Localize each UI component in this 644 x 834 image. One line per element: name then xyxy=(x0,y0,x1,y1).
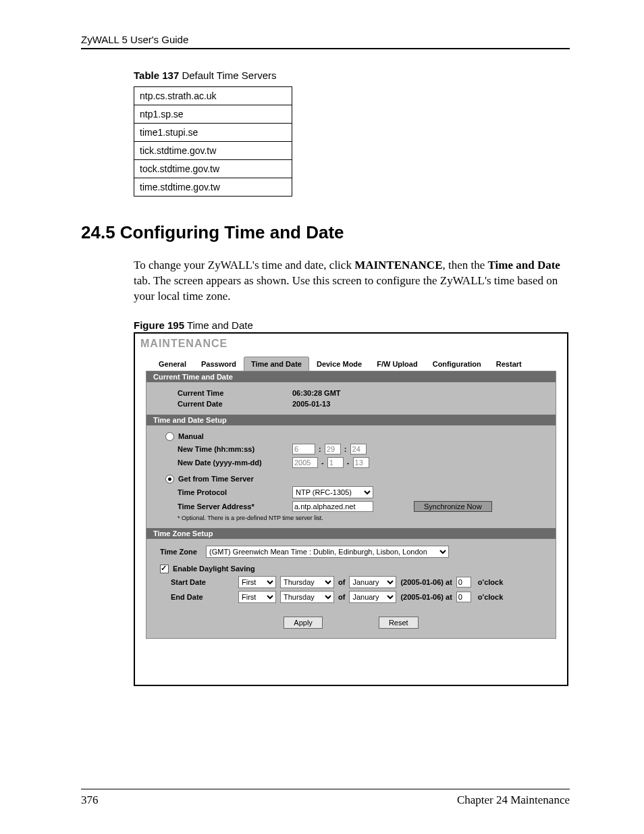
section-heading: 24.5 Configuring Time and Date xyxy=(81,222,570,243)
label-new-date: New Date (yyyy-mm-dd) xyxy=(178,459,292,467)
default-time-servers-table: ntp.cs.strath.ac.uk ntp1.sp.se time1.stu… xyxy=(134,86,292,197)
chapter-label: Chapter 24 Maintenance xyxy=(457,793,570,807)
figure195-number: Figure 195 xyxy=(134,319,184,331)
tab-fw-upload[interactable]: F/W Upload xyxy=(369,357,425,371)
dash-separator: - xyxy=(347,459,350,467)
tab-restart[interactable]: Restart xyxy=(489,357,529,371)
tab-device-mode[interactable]: Device Mode xyxy=(309,357,369,371)
body-bold: MAINTENANCE xyxy=(354,259,442,271)
label-start-date: Start Date xyxy=(171,578,238,586)
label-of: of xyxy=(338,578,345,586)
input-new-date-m[interactable] xyxy=(327,457,344,468)
label-of: of xyxy=(338,593,345,601)
server-cell: tock.stdtime.gov.tw xyxy=(134,160,292,178)
page-number: 376 xyxy=(81,793,99,807)
tab-time-and-date[interactable]: Time and Date xyxy=(244,357,309,371)
reset-button[interactable]: Reset xyxy=(379,617,419,629)
page-footer: 376 Chapter 24 Maintenance xyxy=(81,789,570,807)
section-body: To change your ZyWALL's time and date, c… xyxy=(134,258,570,305)
body-bold: Time and Date xyxy=(488,259,560,271)
body-text: To change your ZyWALL's time and date, c… xyxy=(134,259,354,271)
label-manual: Manual xyxy=(178,432,204,440)
input-new-date-y[interactable] xyxy=(292,457,318,468)
label-oclock: o'clock xyxy=(478,593,503,601)
tab-strip: General Password Time and Date Device Mo… xyxy=(151,357,567,371)
input-new-time-h[interactable] xyxy=(292,444,315,454)
label-end-date: End Date xyxy=(171,593,238,601)
label-time-zone: Time Zone xyxy=(160,548,206,556)
select-time-zone[interactable]: (GMT) Greenwich Mean Time : Dublin, Edin… xyxy=(206,546,449,558)
select-start-weekday[interactable]: Thursday xyxy=(280,576,334,588)
server-cell: time1.stupi.se xyxy=(134,124,292,142)
select-end-month[interactable]: January xyxy=(349,591,396,603)
radio-time-server[interactable] xyxy=(165,475,174,484)
table137-caption: Table 137 Default Time Servers xyxy=(134,70,570,81)
server-cell: ntp.cs.strath.ac.uk xyxy=(134,87,292,105)
screen-title: MAINTENANCE xyxy=(135,334,567,353)
value-current-time: 06:30:28 GMT xyxy=(292,389,341,397)
tab-password[interactable]: Password xyxy=(194,357,244,371)
label-start-dateparen: (2005-01-06) at xyxy=(400,578,452,586)
server-cell: tick.stdtime.gov.tw xyxy=(134,142,292,160)
select-start-ordinal[interactable]: First xyxy=(238,576,276,588)
label-get-from-time-server: Get from Time Server xyxy=(178,475,254,483)
input-end-hour[interactable] xyxy=(456,592,471,602)
label-current-time: Current Time xyxy=(178,389,292,397)
label-current-date: Current Date xyxy=(178,400,292,408)
figure195-screenshot: MAINTENANCE General Password Time and Da… xyxy=(134,332,568,686)
server-cell: time.stdtime.gov.tw xyxy=(134,178,292,197)
select-end-ordinal[interactable]: First xyxy=(238,591,276,603)
input-new-date-d[interactable] xyxy=(353,457,369,468)
label-oclock: o'clock xyxy=(478,578,503,586)
input-new-time-s[interactable] xyxy=(350,444,367,454)
footer-rule xyxy=(81,789,570,789)
colon-separator: : xyxy=(319,445,321,453)
table137-number: Table 137 xyxy=(134,70,179,81)
apply-button[interactable]: Apply xyxy=(284,617,323,629)
body-text: , then the xyxy=(442,259,487,271)
label-end-dateparen: (2005-01-06) at xyxy=(400,593,452,601)
sectionbar-timezone: Time Zone Setup xyxy=(146,528,556,539)
table137-title: Default Time Servers xyxy=(179,70,276,81)
dash-separator: - xyxy=(321,459,324,467)
value-current-date: 2005-01-13 xyxy=(292,400,330,408)
body-text: tab. The screen appears as shown. Use th… xyxy=(134,274,558,303)
sectionbar-setup: Time and Date Setup xyxy=(146,415,556,425)
radio-manual[interactable] xyxy=(165,432,174,441)
label-daylight-saving: Enable Daylight Saving xyxy=(173,565,255,573)
running-header: ZyWALL 5 User's Guide xyxy=(81,34,570,45)
synchronize-now-button[interactable]: Synchronize Now xyxy=(414,501,492,512)
input-start-hour[interactable] xyxy=(456,577,471,588)
colon-separator: : xyxy=(344,445,347,453)
sectionbar-current: Current Time and Date xyxy=(146,371,556,382)
input-new-time-m[interactable] xyxy=(325,444,341,454)
tab-general[interactable]: General xyxy=(151,357,194,371)
server-cell: ntp1.sp.se xyxy=(134,105,292,124)
input-time-server-address[interactable] xyxy=(292,501,373,512)
label-time-protocol: Time Protocol xyxy=(178,488,292,496)
checkbox-daylight-saving[interactable] xyxy=(160,565,169,573)
figure195-caption: Figure 195 Time and Date xyxy=(134,319,570,331)
select-end-weekday[interactable]: Thursday xyxy=(280,591,334,603)
label-time-server-address: Time Server Address* xyxy=(178,502,292,511)
tab-configuration[interactable]: Configuration xyxy=(425,357,489,371)
time-server-footnote: * Optional. There is a pre-defined NTP t… xyxy=(178,515,538,521)
label-new-time: New Time (hh:mm:ss) xyxy=(178,445,292,453)
header-rule xyxy=(81,48,570,49)
figure195-title: Time and Date xyxy=(184,319,253,331)
select-start-month[interactable]: January xyxy=(349,576,396,588)
select-time-protocol[interactable]: NTP (RFC-1305) xyxy=(292,486,373,498)
